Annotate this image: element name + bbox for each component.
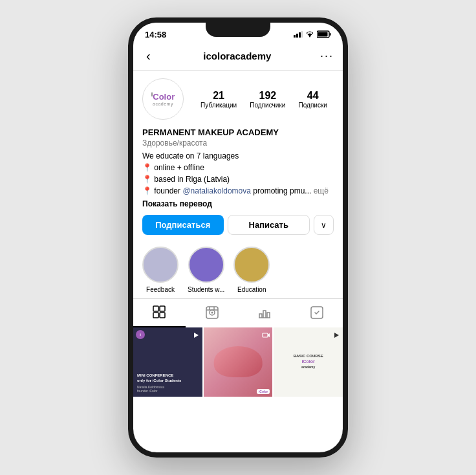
logo-text: iColor [151, 92, 175, 101]
back-button[interactable]: ‹ [142, 47, 155, 65]
profile-bio: We educate on 7 languages 📍 online + off… [142, 150, 334, 197]
wifi-icon [305, 31, 314, 38]
posts-label: Публикации [200, 102, 237, 109]
status-time: 14:58 [145, 30, 166, 39]
battery-icon [317, 30, 331, 38]
more-link[interactable]: ещё [311, 186, 329, 195]
nav-bar: ‹ icoloracademy ··· [133, 42, 343, 71]
highlight-feedback[interactable]: Feedback [142, 247, 178, 293]
svg-rect-6 [330, 33, 331, 36]
highlight-label-feedback: Feedback [146, 286, 175, 293]
following-label: Подписки [299, 102, 327, 109]
tab-insights[interactable] [238, 299, 290, 327]
lips-shape [214, 346, 263, 377]
profile-username: icoloracademy [203, 50, 271, 61]
following-count: 44 [307, 90, 319, 102]
profile-category: Здоровье/красота [142, 138, 334, 148]
notch [206, 23, 270, 37]
mention-link[interactable]: @nataliakoldomova [182, 186, 251, 195]
highlight-circle-feedback [142, 247, 178, 283]
message-button[interactable]: Написать [228, 215, 310, 235]
bio-line3: 📍 based in Riga (Latvia) [142, 173, 334, 185]
svg-point-4 [309, 36, 310, 38]
status-icons [294, 30, 331, 38]
svg-rect-1 [296, 34, 298, 38]
svg-rect-10 [153, 313, 158, 318]
post-3-text: BASIC COURSEiColoracademy [294, 354, 323, 370]
stat-followers: 192 Подписчики [250, 90, 285, 109]
post-1-badge [192, 330, 200, 342]
tab-grid[interactable] [133, 299, 186, 327]
post-3[interactable]: BASIC COURSEiColoracademy [274, 327, 343, 397]
bio-line4: 📍 founder @nataliakoldomova promoting pm… [142, 185, 334, 197]
tagged-icon [310, 305, 324, 320]
more-button[interactable]: ··· [320, 49, 334, 63]
bio-line1: We educate on 7 languages [142, 150, 334, 162]
svg-rect-21 [263, 333, 268, 337]
stat-following: 44 Подписки [299, 90, 327, 109]
profile-top: iColor academy 21 Публикации 192 Подписч… [142, 78, 334, 120]
action-buttons: Подписаться Написать ∨ [142, 215, 334, 235]
profile-info: PERMANENT MAKEUP ACADEMY Здоровье/красот… [142, 127, 334, 208]
svg-point-14 [211, 312, 213, 314]
svg-rect-9 [160, 306, 165, 311]
highlight-circle-education [233, 247, 270, 283]
followers-label: Подписчики [250, 102, 285, 109]
post-3-badge [332, 330, 340, 342]
highlights-section: Feedback Students w... Education [133, 240, 343, 298]
tab-bar [133, 298, 343, 327]
highlight-education[interactable]: Education [233, 247, 270, 293]
posts-count: 21 [213, 90, 224, 102]
profile-name: PERMANENT MAKEUP ACADEMY [142, 127, 334, 137]
follow-button[interactable]: Подписаться [142, 215, 224, 235]
svg-rect-8 [153, 306, 158, 311]
grid-icon [153, 305, 167, 320]
profile-section: iColor academy 21 Публикации 192 Подписч… [133, 71, 343, 240]
highlight-circle-students [188, 247, 224, 283]
dropdown-button[interactable]: ∨ [314, 215, 334, 235]
followers-count: 192 [259, 90, 277, 102]
avatar-logo: iColor academy [142, 78, 184, 120]
highlight-label-students: Students w... [188, 286, 224, 293]
stats-row: 21 Публикации 192 Подписчики 44 Подписки [194, 90, 334, 109]
highlights-row: Feedback Students w... Education [142, 247, 334, 293]
phone-screen: 14:58 [133, 23, 343, 452]
post-1-text: MINI CONFERENCEonly for iColor Students [137, 373, 199, 384]
svg-rect-0 [294, 35, 296, 38]
tab-tagged[interactable] [290, 299, 343, 327]
post-1-subtext: Natalia Koldomovafounder iColor [137, 385, 199, 393]
post-1[interactable]: i MINI CONFERENCEonly for iColor Student… [133, 327, 202, 397]
svg-rect-11 [160, 313, 165, 318]
post-2[interactable]: iColor [204, 327, 273, 397]
translate-link[interactable]: Показать перевод [142, 199, 334, 208]
svg-rect-7 [318, 32, 328, 37]
svg-marker-20 [194, 333, 199, 338]
reels-icon [205, 305, 219, 320]
post-1-avatar-badge: i [136, 330, 145, 339]
highlight-students[interactable]: Students w... [188, 247, 224, 293]
svg-rect-2 [299, 32, 301, 38]
post-2-badge [262, 330, 270, 342]
posts-grid: i MINI CONFERENCEonly for iColor Student… [133, 327, 343, 452]
tab-reels[interactable] [186, 299, 238, 327]
logo-subtext: academy [153, 102, 173, 106]
insights-icon [257, 305, 272, 320]
stat-posts: 21 Публикации [200, 90, 237, 109]
bio-line2: 📍 online + offline [142, 162, 334, 173]
icolor-badge: iColor [257, 389, 270, 394]
avatar: iColor academy [142, 78, 184, 120]
highlight-label-education: Education [237, 286, 266, 293]
signal-icon [294, 31, 303, 38]
svg-rect-3 [301, 31, 303, 38]
phone-frame: 14:58 [128, 17, 348, 458]
svg-marker-23 [334, 333, 339, 338]
